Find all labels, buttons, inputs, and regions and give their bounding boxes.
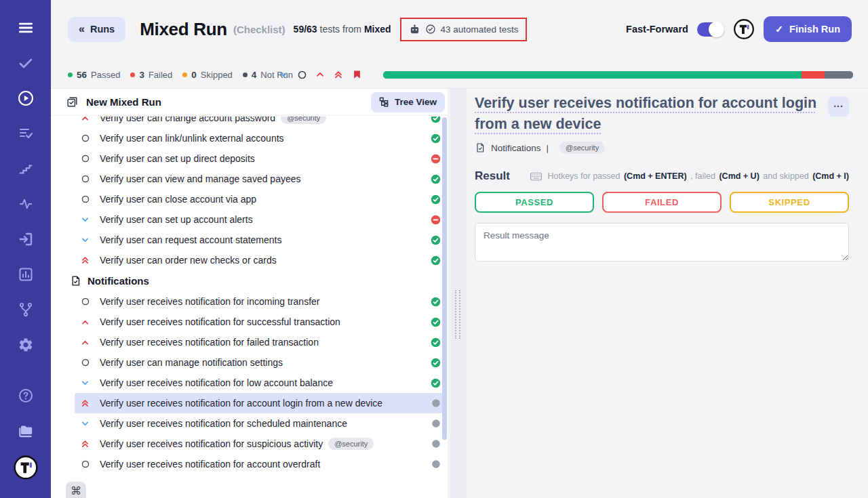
hotkey-text: , failed	[688, 171, 718, 181]
settings-icon[interactable]	[17, 336, 35, 354]
test-row[interactable]: Verify user can order new checks or card…	[75, 250, 443, 270]
finish-run-button[interactable]: ✓ Finish Run	[764, 16, 852, 42]
test-title: Verify user receives notification for sc…	[100, 418, 347, 429]
result-heading: Result	[475, 169, 510, 183]
run-type-label: (Checklist)	[233, 24, 285, 35]
fast-forward-toggle[interactable]	[697, 22, 724, 37]
status-passed-icon	[431, 117, 441, 123]
hotkeys-hint: Hotkeys for passed (Cmd + ENTER) , faile…	[530, 171, 849, 182]
status-count: 3	[139, 70, 144, 80]
projects-icon[interactable]	[17, 422, 35, 440]
result-message-input[interactable]	[475, 223, 849, 262]
test-row[interactable]: Verify user can manage notification sett…	[75, 352, 443, 373]
priority-normal-icon	[80, 459, 90, 470]
test-row[interactable]: Verify user can change account password@…	[75, 117, 443, 128]
status-counters: 56Passed3Failed0Skipped4Not Run	[68, 61, 293, 88]
test-row[interactable]: Verify user receives notification for su…	[75, 434, 443, 454]
check-icon[interactable]	[17, 54, 35, 72]
status-counter[interactable]: 0Skipped	[182, 70, 233, 80]
test-row[interactable]: Verify user can link/unlink external acc…	[75, 128, 443, 148]
status-counter[interactable]: 3Failed	[130, 70, 172, 80]
command-key-hint[interactable]: ⌘	[66, 482, 86, 498]
status-passed-icon	[431, 174, 441, 184]
test-row[interactable]: Verify user receives notification for su…	[75, 312, 443, 332]
status-notrun-icon	[431, 459, 441, 470]
play-circle-icon[interactable]	[17, 89, 35, 107]
status-passed-icon	[431, 297, 441, 307]
chevron-up-filter-icon[interactable]	[315, 69, 326, 80]
test-row[interactable]: Verify user can view and manage saved pa…	[75, 169, 443, 189]
automated-tests-annotation: 43 automated tests	[400, 18, 528, 41]
failed-result-button[interactable]: FAILED	[602, 192, 722, 213]
test-row[interactable]: Verify user receives notification for fa…	[75, 332, 443, 352]
test-row[interactable]: Verify user can request account statemen…	[75, 230, 443, 250]
check-icon: ✓	[775, 24, 783, 35]
activity-icon[interactable]	[17, 195, 35, 213]
filter-icons	[278, 61, 362, 88]
circle-filter-icon[interactable]	[296, 69, 307, 80]
tree-view-button[interactable]: Tree View	[371, 92, 445, 112]
status-counter[interactable]: 56Passed	[68, 70, 120, 80]
test-title: Verify user can set up account alerts	[100, 214, 253, 225]
suite-name[interactable]: Notifications	[491, 143, 541, 153]
document-check-icon	[70, 275, 81, 287]
menu-icon[interactable]	[17, 19, 35, 37]
status-label: Passed	[91, 70, 120, 80]
panel-resize-gutter[interactable]	[450, 89, 467, 498]
test-row[interactable]: Verify user can set up direct deposits	[75, 148, 443, 169]
finish-run-label: Finish Run	[789, 24, 840, 35]
testomat-logo[interactable]	[13, 455, 39, 480]
test-row[interactable]: Verify user receives notification for sc…	[75, 413, 443, 434]
status-notrun-icon	[431, 398, 441, 409]
chevron-down-filter-icon[interactable]	[278, 69, 289, 80]
status-passed-icon	[431, 337, 441, 348]
bookmark-icon[interactable]	[351, 69, 362, 80]
hotkey-text: (Cmd + ENTER)	[624, 171, 687, 181]
passed-result-button[interactable]: PASSED	[475, 192, 594, 213]
test-title: Verify user receives notification for lo…	[100, 377, 333, 388]
test-row[interactable]: Verify user receives notification for ac…	[75, 393, 443, 413]
status-passed-icon	[431, 378, 441, 388]
section-row[interactable]: Notifications	[51, 270, 448, 291]
priority-normal-icon	[80, 133, 90, 144]
status-failed-icon	[431, 215, 441, 225]
test-row[interactable]: Verify user can close account via app	[75, 189, 443, 209]
status-notrun-icon	[431, 439, 441, 449]
priority-normal-icon	[80, 174, 90, 184]
more-options-button[interactable]: ...	[828, 96, 849, 117]
test-row[interactable]: Verify user can set up account alerts	[75, 209, 443, 230]
tests-source: Mixed	[364, 24, 391, 35]
branch-icon[interactable]	[17, 301, 35, 318]
tag-badge[interactable]: @security	[559, 142, 605, 154]
test-rows-scroll-area[interactable]: Verify user can change account password@…	[51, 117, 448, 498]
list-scrollbar-thumb[interactable]	[442, 117, 447, 440]
test-detail-panel: Verify user receives notification for ac…	[468, 89, 868, 498]
status-count: 56	[77, 70, 87, 80]
test-title: Verify user can request account statemen…	[100, 234, 281, 245]
test-row[interactable]: Verify user receives notification for lo…	[75, 373, 443, 393]
status-failed-icon	[431, 154, 441, 164]
test-detail-title[interactable]: Verify user receives notification for ac…	[475, 93, 824, 135]
status-passed-icon	[431, 317, 441, 327]
tag-badge: @security	[281, 117, 326, 124]
status-dot	[130, 72, 135, 77]
priority-normal-icon	[80, 297, 90, 307]
test-title: Verify user can view and manage saved pa…	[100, 173, 301, 184]
back-to-runs-button[interactable]: « Runs	[68, 17, 125, 42]
test-row[interactable]: Verify user receives notification for in…	[75, 291, 443, 312]
test-row[interactable]: Verify user receives notification for ac…	[75, 454, 443, 474]
steps-icon[interactable]	[17, 160, 35, 178]
circle-check-icon	[425, 24, 436, 35]
priority-low-icon	[80, 378, 90, 388]
checklist-icon[interactable]	[17, 125, 35, 142]
help-icon[interactable]	[17, 387, 35, 404]
analytics-icon[interactable]	[17, 266, 35, 283]
double-chevron-up-filter-icon[interactable]	[333, 69, 344, 80]
testomat-badge-logo[interactable]	[733, 18, 755, 40]
list-header: New Mixed Run Tree View	[51, 89, 448, 116]
hotkey-text: and skipped	[761, 171, 811, 181]
top-header: « Runs Mixed Run (Checklist) 59/63 tests…	[51, 0, 868, 61]
import-icon[interactable]	[17, 230, 35, 248]
skipped-result-button[interactable]: SKIPPED	[730, 192, 849, 213]
checklist-copy-icon	[66, 96, 79, 108]
